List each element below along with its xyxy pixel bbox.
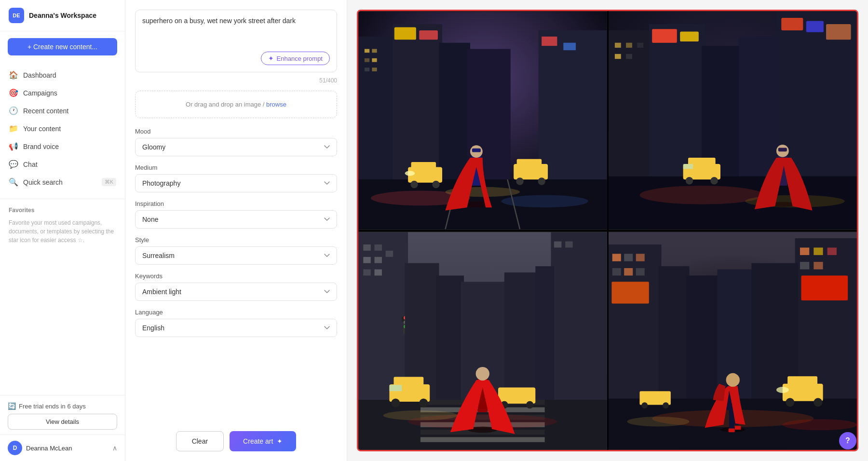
sidebar-divider [0,199,125,199]
sidebar-item-recent-content[interactable]: 🕐 Recent content [0,102,125,120]
view-details-button[interactable]: View details [8,414,117,430]
keywords-select[interactable]: Ambient light Neon lights Golden hour Lo… [135,283,337,301]
sidebar: DE Deanna's Workspace + Create new conte… [0,0,125,461]
sidebar-item-your-content[interactable]: 📁 Your content [0,120,125,137]
svg-point-133 [814,398,822,407]
svg-rect-70 [386,250,393,257]
svg-rect-40 [614,54,621,59]
sidebar-item-label: Recent content [23,107,68,115]
favorites-description: Favorite your most used campaigns, docum… [0,216,125,250]
workspace-avatar: DE [9,8,24,23]
svg-rect-3 [372,49,377,53]
sidebar-item-label: Brand voice [23,143,59,150]
sidebar-item-label: Campaigns [23,89,57,97]
svg-rect-51 [739,37,779,179]
chevron-up-icon[interactable]: ∧ [112,444,117,452]
image-grid-container [357,10,858,451]
svg-rect-114 [636,268,644,275]
sidebar-item-quick-search[interactable]: 🔍 Quick search ⌘K [0,173,125,191]
browse-link[interactable]: browse [266,101,286,108]
trial-banner: 🔄 Free trial ends in 6 days View details [0,395,125,434]
sidebar-item-chat[interactable]: 💬 Chat [0,155,125,173]
svg-rect-48 [806,21,823,32]
svg-point-96 [419,398,428,407]
svg-rect-15 [563,43,576,50]
svg-rect-111 [636,254,644,261]
svg-rect-125 [658,266,689,400]
language-label: Language [135,309,337,316]
svg-rect-45 [680,31,699,41]
enhance-prompt-button[interactable]: ✦ Enhance prompt [261,52,330,65]
svg-rect-124 [801,275,848,300]
mood-select[interactable]: Gloomy Happy Dramatic Serene Mysterious [135,138,337,156]
svg-rect-37 [614,43,621,48]
your-content-icon: 📁 [9,124,18,133]
svg-rect-8 [393,24,442,179]
svg-point-100 [526,401,533,408]
svg-point-134 [776,387,788,393]
svg-point-53 [639,186,764,204]
svg-rect-5 [372,58,377,62]
svg-rect-118 [800,247,809,255]
sidebar-item-dashboard[interactable]: 🏠 Dashboard [0,66,125,84]
svg-rect-59 [683,164,693,169]
shortcut-badge: ⌘K [102,178,116,186]
image-cell-1[interactable] [358,11,607,230]
svg-point-147 [726,373,739,386]
svg-rect-82 [436,275,464,406]
image-panel [347,0,868,461]
brand-voice-icon: 📢 [9,142,18,151]
prompt-input[interactable]: superhero on a busy, wet new york street… [142,17,330,46]
svg-point-102 [383,410,458,420]
svg-rect-38 [626,43,632,48]
help-button[interactable]: ? [839,432,856,449]
sidebar-item-label: Your content [23,125,61,133]
inspiration-select[interactable]: None Cinematic Abstract Vintage [135,210,337,229]
svg-point-30 [538,177,545,185]
svg-rect-120 [827,247,836,255]
svg-point-25 [432,181,439,188]
image-cell-2[interactable] [609,11,857,230]
user-name: Deanna McLean [26,445,72,452]
drop-text: Or drag and drop an image / [186,101,264,108]
svg-rect-4 [365,58,369,62]
svg-rect-11 [439,43,470,180]
create-art-icon: ✦ [277,437,283,445]
trial-icon: 🔄 [8,402,16,410]
svg-point-24 [410,181,418,188]
create-art-button[interactable]: Create art ✦ [230,431,296,451]
svg-rect-49 [826,24,851,40]
svg-rect-10 [419,30,438,40]
drop-area[interactable]: Or drag and drop an image / browse [135,91,337,118]
svg-rect-69 [375,257,382,263]
language-field: Language English Spanish French German [135,309,337,337]
clear-button[interactable]: Clear [176,431,224,451]
svg-point-95 [391,398,400,407]
create-new-content-button[interactable]: + Create new content... [8,38,117,55]
svg-point-26 [405,171,415,176]
svg-rect-6 [365,68,369,71]
language-select[interactable]: English Spanish French German [135,319,337,337]
svg-rect-39 [637,43,643,48]
sparkle-icon: ✦ [268,54,274,62]
user-info: D Deanna McLean [8,441,72,455]
style-select[interactable]: Surrealism Realism Impressionism Minimal… [135,246,337,265]
inspiration-label: Inspiration [135,200,337,207]
svg-rect-66 [363,244,370,250]
svg-rect-34 [472,149,481,152]
image-cell-4[interactable] [609,231,857,450]
sidebar-item-label: Dashboard [23,71,56,79]
image-grid [358,11,857,450]
prompt-area: superhero on a busy, wet new york street… [135,10,337,72]
svg-rect-23 [411,162,436,171]
keywords-field: Keywords Ambient light Neon lights Golde… [135,272,337,301]
recent-content-icon: 🕐 [9,106,18,115]
svg-point-140 [627,416,689,426]
image-cell-3[interactable] [358,231,607,450]
medium-select[interactable]: Photography Digital Art Oil Painting Wat… [135,174,337,192]
sidebar-item-brand-voice[interactable]: 📢 Brand voice [0,137,125,155]
sidebar-item-campaigns[interactable]: 🎯 Campaigns [0,84,125,102]
prompt-footer: ✦ Enhance prompt [142,52,330,65]
svg-point-58 [710,177,718,184]
svg-point-136 [641,402,648,408]
